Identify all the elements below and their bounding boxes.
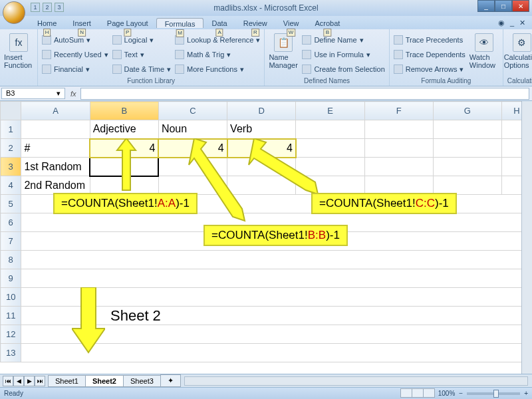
more-functions-button[interactable]: More Functions ▾ bbox=[175, 63, 260, 76]
cell[interactable] bbox=[21, 232, 532, 251]
autosum-button[interactable]: AutoSum ▾ bbox=[42, 33, 108, 47]
row-header[interactable]: 8 bbox=[1, 251, 21, 269]
cell[interactable]: Noun bbox=[158, 120, 227, 139]
sheet-tab[interactable]: Sheet1 bbox=[48, 375, 86, 387]
col-header-B[interactable]: B bbox=[90, 102, 158, 120]
tab-view[interactable]: ViewW bbox=[275, 18, 307, 27]
row-header[interactable]: 1 bbox=[1, 120, 21, 139]
cell[interactable] bbox=[21, 251, 532, 269]
fx-button[interactable]: fx bbox=[66, 90, 80, 98]
row-header[interactable]: 10 bbox=[1, 288, 21, 307]
cell[interactable] bbox=[296, 120, 364, 139]
row-header[interactable]: 3 bbox=[1, 158, 21, 176]
group-calculation: ⚙ Calculation Options Calculation bbox=[503, 29, 532, 86]
first-sheet-button[interactable]: ⏮ bbox=[3, 376, 13, 386]
help-icon[interactable]: ◉ bbox=[498, 19, 505, 27]
cell[interactable]: Verb bbox=[227, 120, 296, 139]
page-break-view-button[interactable] bbox=[423, 388, 435, 398]
row-header[interactable]: 12 bbox=[1, 325, 21, 344]
cell[interactable] bbox=[364, 120, 433, 139]
financial-button[interactable]: Financial ▾ bbox=[42, 63, 108, 76]
row-header[interactable]: 4 bbox=[1, 176, 21, 195]
select-all-corner[interactable] bbox=[1, 102, 21, 120]
sheet-tab[interactable]: Sheet3 bbox=[123, 375, 161, 387]
maximize-button[interactable]: □ bbox=[495, 0, 512, 12]
row-header[interactable]: 11 bbox=[1, 307, 21, 325]
vertical-scrollbar[interactable] bbox=[521, 101, 532, 374]
cell[interactable] bbox=[433, 158, 501, 176]
qat-item[interactable]: 2 bbox=[43, 3, 52, 12]
page-layout-view-button[interactable] bbox=[412, 388, 424, 398]
qat-item[interactable]: 3 bbox=[55, 3, 64, 12]
col-header-A[interactable]: A bbox=[21, 102, 90, 120]
use-in-formula-button[interactable]: Use in Formula ▾ bbox=[302, 48, 384, 61]
logical-button[interactable]: Logical ▾ bbox=[112, 33, 172, 47]
cell[interactable]: 2nd Random bbox=[21, 176, 90, 195]
tab-review[interactable]: ReviewR bbox=[235, 18, 275, 27]
remove-arrows-button[interactable]: Remove Arrows ▾ bbox=[394, 63, 466, 76]
cell[interactable]: 1st Random bbox=[21, 158, 90, 176]
normal-view-button[interactable] bbox=[400, 388, 412, 398]
cell[interactable] bbox=[433, 139, 501, 158]
date-time-button[interactable]: Date & Time ▾ bbox=[112, 63, 172, 76]
close-workbook-icon[interactable]: ✕ bbox=[519, 19, 525, 27]
col-header-G[interactable]: G bbox=[433, 102, 501, 120]
minimize-button[interactable]: _ bbox=[477, 0, 495, 12]
define-name-button[interactable]: Define Name ▾ bbox=[302, 33, 384, 47]
recently-used-button[interactable]: Recently Used ▾ bbox=[42, 48, 108, 61]
row-header[interactable]: 5 bbox=[1, 195, 21, 213]
minimize-ribbon-icon[interactable]: _ bbox=[510, 19, 514, 27]
cell[interactable]: # bbox=[21, 139, 90, 158]
zoom-slider[interactable] bbox=[467, 392, 520, 395]
name-box[interactable]: B3▾ bbox=[1, 88, 65, 99]
qat-item[interactable]: 1 bbox=[31, 3, 40, 12]
sheet-tab[interactable]: Sheet2 bbox=[85, 375, 124, 387]
worksheet[interactable]: A B C D E F G H 1 Adjective Noun Verb 2 … bbox=[0, 101, 532, 362]
cell[interactable]: Adjective bbox=[90, 120, 158, 139]
insert-function-button[interactable]: fx Insert Function bbox=[4, 31, 33, 69]
col-header-F[interactable]: F bbox=[364, 102, 433, 120]
cell[interactable] bbox=[433, 176, 501, 195]
last-sheet-button[interactable]: ⏭ bbox=[35, 376, 45, 386]
cell[interactable] bbox=[21, 269, 532, 288]
cell[interactable] bbox=[364, 176, 433, 195]
col-header-E[interactable]: E bbox=[296, 102, 364, 120]
row-header[interactable]: 2 bbox=[1, 139, 21, 158]
row-header[interactable]: 6 bbox=[1, 213, 21, 232]
zoom-level[interactable]: 100% bbox=[438, 390, 456, 397]
prev-sheet-button[interactable]: ◀ bbox=[13, 376, 24, 386]
tab-acrobat[interactable]: AcrobatB bbox=[307, 18, 348, 27]
row-header[interactable]: 7 bbox=[1, 232, 21, 251]
create-from-selection-button[interactable]: Create from Selection bbox=[302, 63, 384, 76]
tab-data[interactable]: DataA bbox=[203, 18, 235, 27]
cell[interactable] bbox=[364, 158, 433, 176]
remove-arrows-icon bbox=[394, 65, 403, 74]
tab-insert[interactable]: InsertN bbox=[65, 18, 99, 27]
row-header[interactable]: 13 bbox=[1, 344, 21, 362]
new-sheet-button[interactable]: ✦ bbox=[160, 374, 181, 387]
trace-dependents-button[interactable]: Trace Dependents bbox=[394, 48, 466, 61]
tab-formulas[interactable]: FormulasM bbox=[156, 18, 204, 28]
close-button[interactable]: ✕ bbox=[512, 0, 529, 12]
row-header[interactable]: 9 bbox=[1, 269, 21, 288]
watch-window-button[interactable]: 👁 Watch Window bbox=[469, 31, 499, 69]
chevron-down-icon[interactable]: ▾ bbox=[57, 89, 61, 98]
office-button[interactable] bbox=[3, 1, 25, 24]
cell[interactable] bbox=[21, 120, 90, 139]
tab-home[interactable]: HomeH bbox=[29, 18, 65, 27]
cell[interactable] bbox=[433, 120, 501, 139]
col-header-D[interactable]: D bbox=[227, 102, 296, 120]
cell[interactable] bbox=[21, 213, 532, 232]
next-sheet-button[interactable]: ▶ bbox=[24, 376, 35, 386]
zoom-out-button[interactable]: − bbox=[459, 390, 463, 397]
formula-input[interactable] bbox=[80, 88, 529, 100]
zoom-in-button[interactable]: + bbox=[524, 390, 528, 397]
col-header-C[interactable]: C bbox=[158, 102, 227, 120]
cell[interactable] bbox=[364, 139, 433, 158]
math-trig-button[interactable]: Math & Trig ▾ bbox=[175, 48, 260, 61]
horizontal-scrollbar[interactable] bbox=[184, 376, 528, 386]
calculation-options-button[interactable]: ⚙ Calculation Options bbox=[507, 31, 532, 69]
text-button[interactable]: Text ▾ bbox=[112, 48, 172, 61]
trace-precedents-button[interactable]: Trace Precedents bbox=[394, 33, 466, 47]
tab-page-layout[interactable]: Page LayoutP bbox=[99, 18, 156, 27]
